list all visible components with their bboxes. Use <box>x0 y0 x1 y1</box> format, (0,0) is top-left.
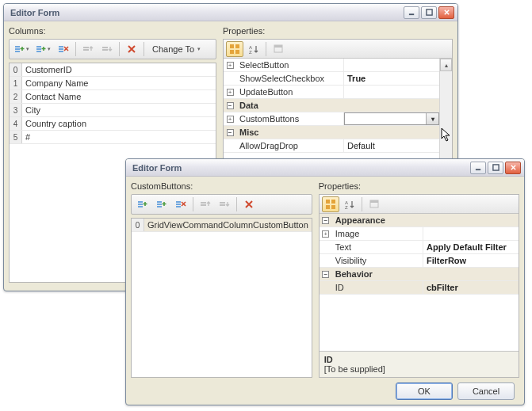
move-up-icon[interactable] <box>197 196 214 212</box>
list-item[interactable]: 0CustomerID <box>10 63 216 77</box>
svg-rect-37 <box>220 204 225 206</box>
properties-label: Properties: <box>223 26 453 36</box>
prop-row-visibility[interactable]: VisibilityFilterRow <box>320 254 519 268</box>
svg-rect-4 <box>15 51 20 52</box>
svg-rect-25 <box>138 201 143 203</box>
close-button[interactable] <box>438 6 454 19</box>
svg-rect-12 <box>83 49 89 51</box>
delete-icon[interactable] <box>240 196 258 212</box>
propgrid-toolbar: AZ <box>224 40 452 59</box>
minimize-button[interactable] <box>470 162 486 174</box>
svg-rect-28 <box>157 201 162 203</box>
ellipsis-button[interactable]: ▾ <box>426 113 438 124</box>
alphabetical-icon[interactable]: AZ <box>245 41 262 57</box>
categorized-icon[interactable] <box>322 196 339 212</box>
svg-rect-3 <box>15 48 20 50</box>
window-title: Editor Form <box>132 163 469 173</box>
prop-row-id[interactable]: IDcbFilter <box>320 281 519 295</box>
property-pages-icon[interactable] <box>366 196 383 212</box>
window-title: Editor Form <box>10 8 402 17</box>
move-down-icon[interactable] <box>216 196 233 212</box>
svg-rect-0 <box>408 13 413 15</box>
svg-text:Z: Z <box>345 205 348 210</box>
prop-row-selectbutton[interactable]: +SelectButton <box>224 59 439 72</box>
prop-row-allowdragdrop[interactable]: AllowDragDropDefault <box>224 139 439 153</box>
list-item[interactable]: 3City <box>10 104 216 117</box>
svg-rect-27 <box>138 206 143 207</box>
prop-category-misc[interactable]: −Misc <box>224 126 439 139</box>
prop-category-data[interactable]: −Data <box>224 99 439 112</box>
scroll-up-icon[interactable]: ▴ <box>440 59 452 71</box>
propgrid-toolbar: AZ <box>320 195 519 214</box>
svg-rect-22 <box>274 45 282 48</box>
editor-form-window-front: Editor Form CustomButtons: <box>125 158 525 405</box>
custombuttons-label: CustomButtons: <box>131 181 312 191</box>
svg-rect-13 <box>102 47 108 48</box>
maximize-button[interactable] <box>488 162 503 174</box>
prop-category-behavior[interactable]: −Behavior <box>320 268 519 281</box>
prop-row-showselectcheckbox[interactable]: ShowSelectCheckboxTrue <box>224 72 439 86</box>
svg-rect-15 <box>230 44 234 48</box>
change-to-label: Change To <box>152 44 194 54</box>
svg-rect-26 <box>138 204 143 205</box>
insert-icon[interactable] <box>153 196 170 212</box>
alphabetical-icon[interactable]: AZ <box>341 196 358 212</box>
move-down-icon[interactable] <box>98 41 116 57</box>
svg-rect-17 <box>230 50 234 54</box>
svg-rect-45 <box>370 200 378 203</box>
svg-rect-18 <box>235 50 239 54</box>
list-item[interactable]: 5# <box>10 131 216 144</box>
categorized-icon[interactable] <box>226 41 243 57</box>
svg-rect-6 <box>36 48 41 50</box>
maximize-button[interactable] <box>421 6 437 19</box>
list-item[interactable]: 0GridViewCommandColumnCustomButton <box>132 219 312 232</box>
window-body: CustomButtons: 0GridViewCommandColumnCus… <box>126 177 524 405</box>
prop-row-custombuttons[interactable]: +CustomButtons▾ <box>224 112 439 126</box>
list-item[interactable]: 4Country caption <box>10 117 216 131</box>
svg-rect-1 <box>426 10 431 15</box>
svg-rect-30 <box>157 206 162 207</box>
custombuttons-list[interactable]: 0GridViewCommandColumnCustomButton <box>131 218 312 378</box>
property-pages-icon[interactable] <box>270 41 287 57</box>
list-item[interactable]: 2Contact Name <box>10 90 216 104</box>
add-icon[interactable] <box>134 196 151 212</box>
svg-rect-34 <box>201 202 206 204</box>
prop-row-image[interactable]: +Image <box>320 227 519 241</box>
svg-rect-11 <box>83 47 89 48</box>
prop-row-updatebutton[interactable]: +UpdateButton <box>224 86 439 99</box>
svg-rect-7 <box>36 51 41 52</box>
svg-rect-10 <box>59 51 63 52</box>
cancel-button[interactable]: Cancel <box>457 382 515 400</box>
change-to-button[interactable]: Change To▾ <box>147 41 205 57</box>
svg-rect-41 <box>331 205 335 209</box>
svg-rect-16 <box>235 44 239 48</box>
list-item[interactable]: 1Company Name <box>10 77 216 90</box>
minimize-button[interactable] <box>404 6 419 19</box>
property-rows: −Appearance +Image TextApply Default Fil… <box>320 214 519 351</box>
move-up-icon[interactable] <box>79 41 97 57</box>
remove-icon[interactable] <box>172 196 189 212</box>
svg-rect-14 <box>102 49 108 51</box>
ok-button[interactable]: OK <box>396 382 453 400</box>
remove-icon[interactable] <box>55 41 72 57</box>
titlebar[interactable]: Editor Form <box>4 4 457 21</box>
svg-rect-38 <box>326 200 330 204</box>
svg-rect-36 <box>220 202 225 204</box>
insert-icon[interactable]: ▾ <box>33 41 53 57</box>
svg-rect-33 <box>176 206 181 207</box>
close-button[interactable] <box>505 162 521 174</box>
delete-icon[interactable] <box>123 41 140 57</box>
svg-rect-29 <box>157 204 162 205</box>
svg-rect-23 <box>475 169 480 170</box>
properties-label: Properties: <box>319 181 519 191</box>
prop-category-appearance[interactable]: −Appearance <box>320 214 519 227</box>
add-icon[interactable]: ▾ <box>12 41 32 57</box>
svg-rect-32 <box>176 204 181 205</box>
description-name: ID <box>324 355 514 364</box>
svg-rect-35 <box>201 204 206 206</box>
columns-toolbar: ▾ ▾ Change To▾ <box>9 39 216 59</box>
description-text: [To be supplied] <box>324 364 514 374</box>
svg-rect-31 <box>176 201 181 203</box>
titlebar[interactable]: Editor Form <box>126 159 524 177</box>
prop-row-text[interactable]: TextApply Default Filter <box>320 241 519 254</box>
